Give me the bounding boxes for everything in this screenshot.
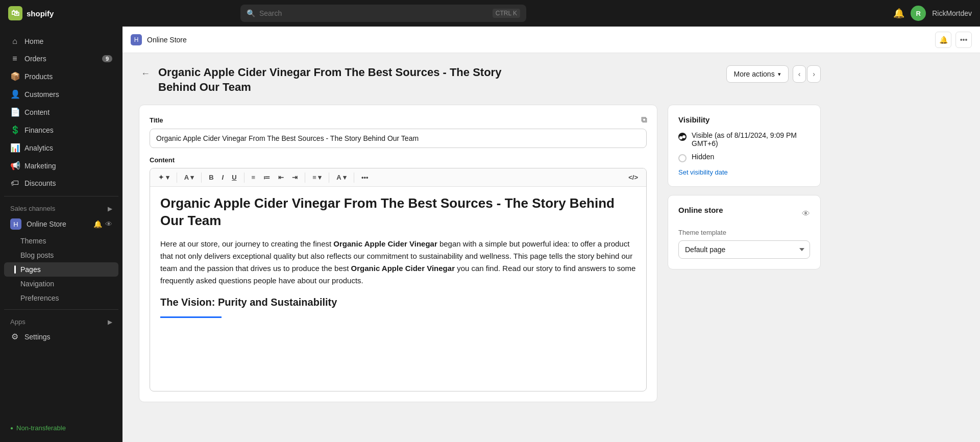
shopify-logo[interactable]: 🛍 shopify (8, 6, 54, 20)
title-field-label: Title ⧉ (150, 115, 647, 125)
text-color-btn[interactable]: A ▾ (333, 171, 350, 183)
non-transferable-badge: ● Non-transferable (4, 420, 118, 436)
toolbar-sep-1 (177, 173, 177, 183)
more-tools-btn[interactable]: ••• (358, 171, 372, 183)
sidebar-item-finances[interactable]: 💲 Finances (4, 121, 118, 139)
sidebar-item-analytics[interactable]: 📊 Analytics (4, 139, 118, 157)
sidebar-label-content: Content (24, 108, 50, 116)
editor-toolbar: ✦ ▾ A ▾ B I U ≡ (150, 168, 646, 187)
sidebar-item-marketing[interactable]: 📢 Marketing (4, 157, 118, 175)
content-field-label: Content (150, 156, 647, 164)
set-visibility-link[interactable]: Set visibility date (678, 168, 728, 176)
toolbar-sep-2 (201, 173, 202, 183)
code-view-btn[interactable]: </> (625, 171, 641, 183)
content-icon: 📄 (10, 107, 19, 117)
toolbar-sep-3 (244, 173, 244, 183)
sidebar-subitem-blog-posts[interactable]: Blog posts (4, 248, 118, 262)
font-btn[interactable]: A ▾ (181, 171, 198, 183)
sidebar-label-discounts: Discounts (24, 179, 56, 187)
theme-template-select[interactable]: Default page Contact About FAQ (678, 240, 810, 259)
hidden-radio-item[interactable]: Hidden (678, 153, 810, 162)
sidebar-item-orders[interactable]: ≡ Orders 9 (4, 50, 118, 67)
sidebar-label-customers: Customers (24, 90, 59, 99)
editor-body[interactable]: Organic Apple Cider Vinegar From The Bes… (150, 187, 646, 391)
sales-channels-label: Sales channels (10, 205, 55, 212)
visibility-card-title: Visibility (678, 115, 810, 124)
search-input[interactable] (259, 9, 488, 17)
more-header-btn[interactable]: ••• (955, 32, 972, 48)
sidebar-label-home: Home (24, 37, 43, 45)
main-content: H Online Store 🔔 ••• ← Organic Apple Cid… (122, 27, 980, 442)
apps-header[interactable]: Apps ▶ (4, 314, 118, 328)
indent-btn[interactable]: ⇤ (275, 171, 287, 183)
secondary-header-title: Online Store (147, 36, 930, 44)
preferences-label: Preferences (20, 294, 59, 302)
sidebar-item-discounts[interactable]: 🏷 Discounts (4, 175, 118, 192)
visible-radio-input[interactable] (678, 133, 687, 141)
secondary-header-actions: 🔔 ••• (935, 32, 972, 48)
sidebar-subitem-preferences[interactable]: Preferences (4, 291, 118, 305)
sidebar-subitem-themes[interactable]: Themes (4, 234, 118, 248)
sidebar-item-customers[interactable]: 👤 Customers (4, 85, 118, 103)
back-button[interactable]: ← (139, 67, 152, 80)
hidden-radio-input[interactable] (678, 154, 687, 162)
toolbar-sep-4 (305, 173, 305, 183)
notification-icon[interactable]: 🔔 (93, 220, 102, 228)
next-arrow-button[interactable]: › (807, 65, 821, 83)
eye-icon[interactable]: 👁 (802, 209, 810, 218)
online-store-card-title: Online store (678, 206, 723, 214)
search-shortcut: CTRL K (493, 9, 520, 18)
settings-label: Settings (24, 333, 51, 341)
bold-btn[interactable]: B (206, 171, 216, 183)
settings-icon: ⚙ (10, 332, 19, 341)
discounts-icon: 🏷 (10, 179, 19, 188)
shopify-bag-icon: 🛍 (8, 6, 22, 20)
online-store-card-header: Online store 👁 (678, 206, 810, 222)
online-store-label: Online Store (27, 220, 88, 228)
sidebar-subitem-navigation[interactable]: Navigation (4, 277, 118, 291)
chevron-down-icon: ▾ (778, 71, 781, 78)
more-actions-button[interactable]: More actions ▾ (726, 65, 789, 83)
bullet-list-btn[interactable]: ≡ (249, 171, 259, 183)
online-store-actions: 🔔 👁 (93, 220, 112, 228)
italic-btn[interactable]: I (219, 171, 227, 183)
toolbar-group-magic: ✦ ▾ (155, 171, 173, 183)
search-bar[interactable]: 🔍 CTRL K (240, 5, 526, 22)
sidebar-item-settings[interactable]: ⚙ Settings (4, 328, 118, 346)
title-input[interactable] (150, 129, 647, 148)
align-btn[interactable]: ≡ ▾ (309, 171, 325, 183)
sidebar-item-products[interactable]: 📦 Products (4, 67, 118, 85)
avatar[interactable]: R (911, 6, 926, 21)
two-col-layout: Title ⧉ Content ✦ ▾ (139, 105, 821, 410)
sidebar-subitem-pages[interactable]: Pages (4, 262, 118, 277)
visibility-radio-group: Visible (as of 8/11/2024, 9:09 PM GMT+6)… (678, 131, 810, 162)
ordered-list-btn[interactable]: ≔ (260, 171, 273, 183)
content-editor: ✦ ▾ A ▾ B I U ≡ (150, 168, 647, 391)
sales-channels-header[interactable]: Sales channels ▶ (4, 201, 118, 214)
sidebar-label-products: Products (24, 72, 53, 81)
title-field-icon[interactable]: ⧉ (641, 115, 647, 125)
nav-arrows: ‹ › (793, 65, 821, 83)
visibility-icon[interactable]: 👁 (105, 220, 112, 228)
side-column: Visibility Visible (as of 8/11/2024, 9:0… (668, 105, 821, 410)
sidebar-divider-2 (4, 309, 118, 310)
visible-radio-item[interactable]: Visible (as of 8/11/2024, 9:09 PM GMT+6) (678, 131, 810, 148)
finances-icon: 💲 (10, 125, 19, 135)
editor-hr (160, 316, 222, 318)
shopify-wordmark: shopify (27, 9, 54, 18)
notification-bell-icon[interactable]: 🔔 (893, 8, 904, 19)
sidebar-item-content[interactable]: 📄 Content (4, 103, 118, 121)
outdent-btn[interactable]: ⇥ (289, 171, 301, 183)
toolbar-sep-5 (329, 173, 329, 183)
sidebar-item-home[interactable]: ⌂ Home (4, 33, 118, 50)
dot-icon: ● (10, 425, 13, 431)
online-store-header-icon: H (131, 34, 142, 45)
underline-btn[interactable]: U (229, 171, 239, 183)
sidebar-online-store[interactable]: H Online Store 🔔 👁 (4, 214, 118, 234)
sidebar-label-orders: Orders (24, 55, 46, 63)
notification-header-btn[interactable]: 🔔 (935, 32, 951, 48)
prev-arrow-button[interactable]: ‹ (793, 65, 806, 83)
customers-icon: 👤 (10, 89, 19, 99)
products-icon: 📦 (10, 71, 19, 81)
magic-btn[interactable]: ✦ ▾ (155, 171, 173, 183)
